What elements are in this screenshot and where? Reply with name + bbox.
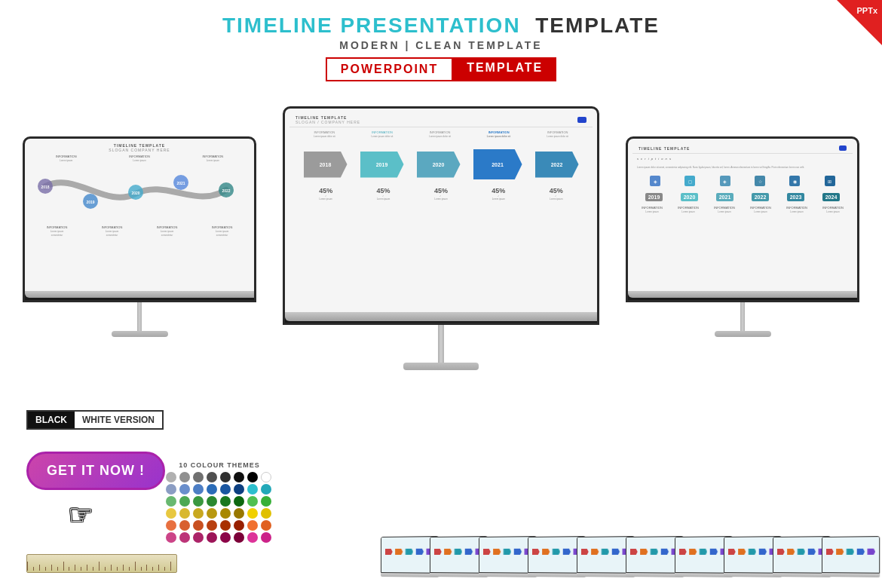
swatch-item: [261, 508, 271, 519]
swatch-item: [207, 484, 217, 495]
swatch-item: [247, 472, 258, 482]
svg-text:2019: 2019: [86, 200, 94, 204]
year-2019: 2019: [360, 152, 404, 178]
right-description: s c r i p t i o n s: [632, 154, 853, 164]
laptop-arrow: [738, 549, 746, 555]
swatch-item: [247, 484, 258, 495]
laptop-item: [822, 536, 880, 577]
laptop-arrow: [826, 549, 834, 555]
left-info-3: INFORMATIONLorem ipsum: [202, 155, 223, 162]
monitor-left-stand: [137, 302, 142, 331]
swatch-item: [220, 532, 231, 543]
laptop-screen: [822, 536, 880, 574]
left-screen-title: TIMELINE TEMPLATESLOGAN COMPANY HERE: [29, 143, 250, 152]
swatch-item: [247, 520, 258, 531]
swatch-item: [207, 520, 217, 531]
monitor-center: TIMELINE TEMPLATESLOGAN / COMPANY HERE I…: [283, 106, 599, 370]
laptop-arrow: [434, 549, 442, 555]
swatch-grid: [166, 472, 273, 543]
laptop-base: [822, 573, 880, 577]
swatch-item: [193, 484, 204, 495]
swatch-item: [234, 496, 244, 507]
swatch-item: [193, 508, 204, 519]
pct-2: 45% ✓Lorem ipsum: [377, 187, 390, 201]
icon-6: ⊞: [825, 176, 835, 186]
center-title: TIMELINE TEMPLATESLOGAN / COMPANY HERE: [296, 115, 360, 124]
version-white: WHITE VERSION: [75, 412, 162, 428]
laptop-arrow: [700, 549, 707, 555]
monitor-right-bottom: [628, 291, 859, 298]
swatch-item: [234, 472, 244, 482]
laptop-arrow: [493, 549, 501, 555]
right-year-2023: 2023: [787, 193, 805, 201]
laptop-arrow: [651, 549, 658, 555]
right-icons-row: ◈ ◻ ◈ ☆ ◉ ⊞: [636, 174, 849, 188]
left-info-1: INFORMATIONLorem ipsum: [56, 155, 77, 162]
laptop-arrow: [759, 549, 767, 555]
swatch-item: [179, 496, 190, 507]
laptop-arrow: [483, 549, 491, 555]
monitor-center-outer: TIMELINE TEMPLATESLOGAN / COMPANY HERE I…: [283, 106, 599, 325]
monitor-right-base: [715, 331, 771, 337]
left-info-bottom-4: INFORMATIONLorem ipsumconsectetur: [212, 225, 233, 237]
left-info-bottom-2: INFORMATIONLorem ipsumconsectetur: [102, 225, 123, 237]
swatch-item: [193, 520, 204, 531]
right-title: TIMELINE TEMPLATE: [639, 146, 690, 151]
right-screen-header: TIMELINE TEMPLATE: [632, 143, 853, 154]
laptop-arrow: [689, 549, 697, 555]
version-black: BLACK: [28, 412, 75, 428]
center-corner-badge: [577, 117, 586, 123]
swatch-item: [193, 532, 204, 543]
laptop-arrow: [395, 549, 403, 555]
swatch-item: [234, 484, 244, 495]
right-year-2022: 2022: [752, 193, 770, 201]
laptop-arrow: [455, 549, 462, 555]
right-year-2021: 2021: [716, 193, 734, 201]
swatch-item: [207, 496, 217, 507]
swatch-item: [166, 520, 176, 531]
laptop-arrow: [787, 549, 795, 555]
monitor-right-outer: TIMELINE TEMPLATE s c r i p t i o n s Lo…: [626, 136, 859, 302]
monitor-left-bottom: [25, 291, 256, 298]
swatch-item: [247, 496, 258, 507]
laptop-arrow: [504, 549, 511, 555]
center-info-4: INFORMATIONLorem ipsum dolor sit: [487, 130, 511, 138]
swatch-item: [247, 508, 258, 519]
swatch-item: [261, 484, 271, 495]
center-info-1: INFORMATIONLorem ipsum dolor sit: [314, 130, 335, 138]
swatch-item: [179, 532, 190, 543]
monitor-left: TIMELINE TEMPLATESLOGAN COMPANY HERE INF…: [23, 136, 256, 337]
swatch-item: [261, 472, 271, 482]
color-swatches: 10 COLOUR THEMES: [166, 461, 273, 543]
swatch-item: [193, 496, 204, 507]
laptop-arrow: [406, 549, 413, 555]
version-badge: BLACK WHITE VERSION: [26, 410, 164, 430]
badge-template: TEMPLATE: [453, 57, 556, 81]
right-year-2020: 2020: [681, 193, 699, 201]
laptop-arrow: [581, 549, 589, 555]
badge-powerpoint: POWERPOINT: [326, 57, 453, 81]
header-title-colored: TIMELINE PRESENTATION: [222, 14, 521, 37]
laptop-arrow: [553, 549, 560, 555]
swatch-item: [207, 472, 217, 482]
pct-4: 45% ✓Lorem ipsum: [492, 187, 505, 201]
year-2022: 2022: [535, 152, 579, 178]
laptop-arrow: [857, 549, 865, 555]
monitors-section: TIMELINE TEMPLATESLOGAN COMPANY HERE INF…: [0, 91, 882, 370]
laptop-arrow: [602, 549, 609, 555]
swatch-item: [220, 484, 231, 495]
swatch-item: [179, 484, 190, 495]
swatch-item: [207, 508, 217, 519]
laptops-row: [381, 537, 871, 577]
right-year-2024: 2024: [822, 193, 841, 201]
right-info-5: INFORMATIONLorem ipsum: [786, 206, 807, 213]
left-info-bottom-1: INFORMATIONLorem ipsumconsectetur: [47, 225, 68, 237]
laptop-arrow: [542, 549, 550, 555]
swatch-item: [247, 532, 258, 543]
laptop-arrow: [868, 549, 876, 555]
swatch-item: [220, 520, 231, 531]
get-now-button[interactable]: GeT IT NOW !: [26, 452, 165, 490]
laptop-arrow: [679, 549, 687, 555]
right-info-2: INFORMATIONLorem ipsum: [678, 206, 699, 213]
right-info-4: INFORMATIONLorem ipsum: [750, 206, 771, 213]
